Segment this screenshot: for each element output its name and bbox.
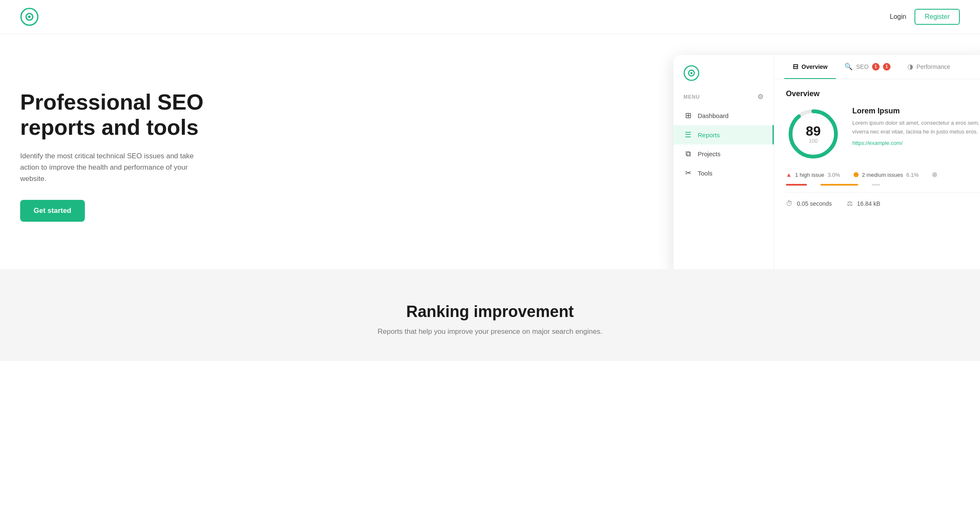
time-icon: ⏱ [786, 200, 793, 207]
stat-size: ⚖ 16.84 kB [847, 199, 880, 207]
score-circle: 89 100 [786, 107, 841, 161]
seo-badge-2: 1 [883, 63, 891, 71]
sidebar-logo-icon [683, 65, 699, 81]
nav-actions: Login Register [890, 9, 960, 25]
score-text: 89 100 [806, 124, 821, 144]
app-main: ⊟ Overview 🔍 SEO 1 1 ◑ Performance Overv… [774, 55, 980, 269]
other-issue-bar [872, 184, 880, 186]
svg-point-5 [690, 72, 692, 74]
other-issue-item [932, 172, 937, 177]
medium-issue-dot [854, 172, 859, 177]
logo [20, 8, 39, 26]
login-button[interactable]: Login [890, 13, 906, 21]
medium-issue-item: 2 medium issues 6.1% [854, 172, 919, 178]
app-mockup: MENU ⚙ ⊞ Dashboard ☰ Reports ⧉ Projects … [673, 55, 980, 269]
stat-time: ⏱ 0.05 seconds [786, 199, 832, 207]
dashboard-icon: ⊞ [683, 111, 693, 120]
svg-point-2 [28, 16, 31, 18]
tab-seo[interactable]: 🔍 SEO 1 1 [836, 55, 899, 79]
seo-tab-icon: 🔍 [844, 63, 853, 71]
high-issue-icon: ▲ [786, 171, 792, 178]
ranking-section: Ranking improvement Reports that help yo… [0, 269, 980, 361]
high-issue-bar [786, 184, 807, 186]
card-description: Lorem ipsum dolor sit amet, consectetur … [852, 119, 980, 136]
hero-title: Professional SEO reports and tools [20, 90, 239, 140]
issue-bar-row [786, 184, 980, 186]
size-icon: ⚖ [847, 199, 853, 207]
seo-badge: 1 [872, 63, 880, 71]
navbar: Login Register [0, 0, 980, 34]
ranking-title: Ranking improvement [20, 303, 960, 321]
register-button[interactable]: Register [914, 9, 960, 25]
sidebar-item-tools[interactable]: ✂ Tools [673, 163, 774, 183]
card-title: Lorem Ipsum [852, 107, 980, 115]
overview-panel: Overview 89 100 [774, 79, 980, 269]
hero-section: Professional SEO reports and tools Ident… [0, 34, 980, 269]
app-tabs: ⊟ Overview 🔍 SEO 1 1 ◑ Performance [774, 55, 980, 79]
sidebar-logo [673, 65, 774, 93]
medium-issue-bar [820, 184, 858, 186]
score-max: 100 [806, 138, 821, 144]
sidebar-item-reports[interactable]: ☰ Reports [673, 125, 774, 144]
tab-overview[interactable]: ⊟ Overview [784, 55, 836, 79]
hero-description: Identify the most critical technical SEO… [20, 150, 197, 185]
high-issue-item: ▲ 1 high issue 3.0% [786, 171, 840, 178]
reports-icon: ☰ [683, 130, 693, 139]
issue-bars: ▲ 1 high issue 3.0% 2 medium issues 6.1% [786, 171, 980, 178]
gear-icon: ⚙ [757, 93, 764, 101]
card-link[interactable]: https://example.com/ [852, 140, 980, 146]
tab-performance[interactable]: ◑ Performance [899, 55, 959, 79]
overview-card: 89 100 Lorem Ipsum Lorem ipsum dolor sit… [786, 107, 980, 161]
sidebar-item-projects[interactable]: ⧉ Projects [673, 144, 774, 163]
sidebar-item-dashboard[interactable]: ⊞ Dashboard [673, 106, 774, 125]
projects-icon: ⧉ [683, 149, 693, 158]
overview-title: Overview [786, 89, 980, 98]
performance-tab-icon: ◑ [907, 63, 913, 71]
logo-icon [20, 8, 39, 26]
tools-icon: ✂ [683, 168, 693, 178]
ranking-description: Reports that help you improve your prese… [20, 328, 960, 336]
hero-text: Professional SEO reports and tools Ident… [20, 90, 239, 221]
get-started-button[interactable]: Get started [20, 200, 85, 222]
other-issue-dot [932, 172, 937, 177]
app-sidebar: MENU ⚙ ⊞ Dashboard ☰ Reports ⧉ Projects … [673, 55, 774, 269]
stats-row: ⏱ 0.05 seconds ⚖ 16.84 kB [786, 192, 980, 207]
card-info: Lorem Ipsum Lorem ipsum dolor sit amet, … [852, 107, 980, 146]
overview-tab-icon: ⊟ [793, 63, 798, 71]
score-number: 89 [806, 124, 821, 138]
sidebar-menu-label: MENU ⚙ [673, 93, 774, 106]
